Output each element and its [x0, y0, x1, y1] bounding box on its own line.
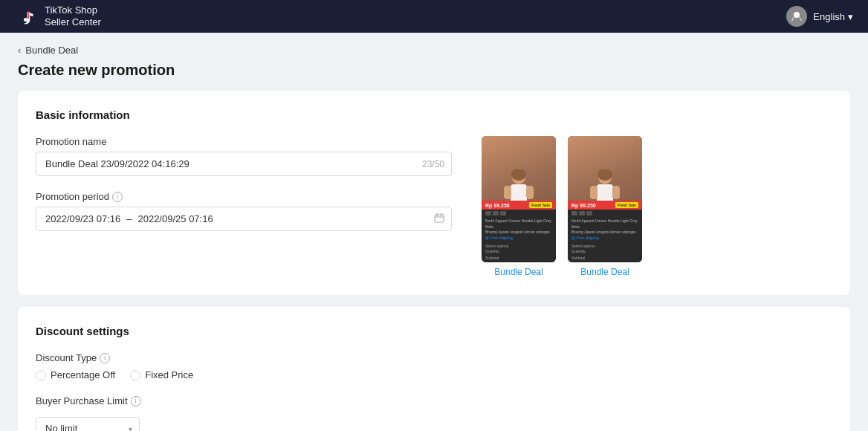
promotion-period-group: Promotion period i 2022/09/23 07:16 – 20…	[36, 191, 452, 231]
buyer-purchase-limit-label: Buyer Purchase Limit i	[36, 395, 832, 406]
preview-section: TBD Rp 99.250 Flash Sale	[482, 136, 642, 277]
svg-rect-11	[504, 186, 511, 199]
percentage-off-radio[interactable]	[36, 370, 46, 380]
form-left: Promotion name 23/50 Promotion period i	[36, 136, 452, 246]
preview-label-2: Bundle Deal	[580, 267, 629, 277]
breadcrumb-separator: ‹	[18, 45, 21, 56]
buyer-purchase-limit-select[interactable]: No limit 1 2 5 10	[36, 417, 140, 431]
buyer-purchase-limit-select-wrapper: No limit 1 2 5 10 ▾	[36, 417, 140, 431]
svg-rect-4	[435, 215, 444, 222]
fixed-price-option[interactable]: Fixed Price	[130, 369, 193, 380]
percentage-off-label: Percentage Off	[51, 369, 115, 380]
breadcrumb-parent-link[interactable]: Bundle Deal	[25, 45, 78, 56]
fixed-price-radio[interactable]	[130, 370, 140, 380]
breadcrumb: ‹ Bundle Deal	[18, 45, 850, 56]
promotion-period-label: Promotion period i	[36, 191, 452, 202]
svg-rect-17	[590, 186, 597, 199]
svg-rect-12	[526, 186, 534, 199]
date-end: 2022/09/25 07:16	[137, 213, 213, 224]
date-range-picker[interactable]: 2022/09/23 07:16 – 2022/09/25 07:16	[36, 207, 452, 231]
char-count: 23/50	[422, 159, 444, 169]
svg-rect-18	[612, 186, 620, 199]
price-row-1: Rp 99.250 Flash Sale	[482, 201, 556, 210]
discount-type-label: Discount Type i	[36, 352, 832, 363]
buyer-purchase-limit-info-icon[interactable]: i	[131, 396, 141, 406]
promotion-name-label: Promotion name	[36, 136, 452, 147]
avatar[interactable]	[786, 6, 807, 27]
discount-type-group: Discount Type i Percentage Off Fixed Pri…	[36, 352, 832, 380]
preview-label-1: Bundle Deal	[494, 267, 542, 277]
promotion-period-info-icon[interactable]: i	[112, 192, 123, 202]
language-selector[interactable]: English ▾	[813, 11, 853, 22]
date-range-container: 2022/09/23 07:16 – 2022/09/25 07:16	[36, 207, 452, 231]
date-start: 2022/09/23 07:16	[45, 213, 120, 224]
percentage-off-option[interactable]: Percentage Off	[36, 369, 115, 380]
page-container: ‹ Bundle Deal Create new promotion Basic…	[0, 33, 868, 431]
header: TikTok Shop Seller Center English ▾	[0, 0, 868, 33]
buyer-purchase-limit-group: Buyer Purchase Limit i No limit 1 2 5 10…	[36, 395, 832, 431]
page-title: Create new promotion	[18, 62, 850, 79]
app-name: TikTok Shop Seller Center	[45, 4, 101, 27]
header-right: English ▾	[786, 6, 853, 27]
promotion-name-input-wrapper: 23/50	[36, 152, 452, 176]
discount-type-radio-group: Percentage Off Fixed Price	[36, 369, 832, 380]
date-range-input-wrapper: 2022/09/23 07:16 – 2022/09/25 07:16	[36, 207, 452, 231]
discount-settings-title: Discount settings	[36, 325, 832, 337]
logo: TikTok Shop Seller Center	[15, 4, 101, 28]
date-separator: –	[126, 213, 132, 224]
preview-card-1: TBD Rp 99.250 Flash Sale	[482, 136, 556, 277]
svg-point-0	[15, 4, 39, 28]
promotion-name-group: Promotion name 23/50	[36, 136, 452, 176]
flash-sale-badge-2: Flash Sale	[615, 202, 638, 208]
basic-info-card: Basic information Promotion name 23/50	[18, 91, 850, 295]
basic-info-form-row: Promotion name 23/50 Promotion period i	[36, 136, 832, 277]
discount-settings-card: Discount settings Discount Type i Percen…	[18, 307, 850, 431]
basic-info-title: Basic information	[36, 108, 832, 121]
fixed-price-label: Fixed Price	[145, 369, 193, 380]
price-row-2: Rp 99.250 Flash Sale	[568, 201, 642, 210]
promotion-name-input[interactable]	[36, 152, 452, 176]
svg-rect-2	[28, 11, 30, 19]
calendar-icon	[434, 213, 444, 225]
discount-type-info-icon[interactable]: i	[100, 353, 110, 363]
flash-sale-badge-1: Flash Sale	[529, 202, 552, 208]
tiktok-logo-icon	[15, 4, 39, 28]
preview-image-2: TBD Rp 99.250 Flash Sale	[568, 136, 642, 262]
preview-image-1: TBD Rp 99.250 Flash Sale	[482, 136, 556, 262]
svg-point-1	[24, 18, 27, 22]
preview-card-2: TBD Rp 99.250 Flash Sale	[568, 136, 642, 277]
